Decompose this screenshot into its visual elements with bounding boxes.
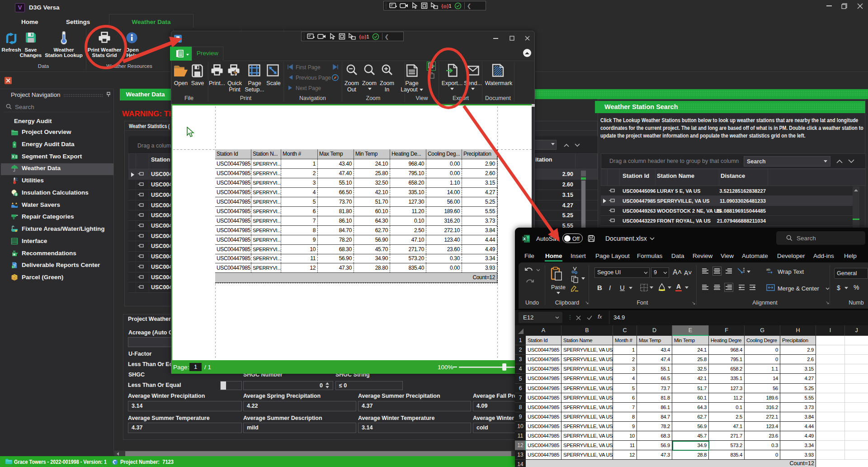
- svg-text:X: X: [523, 237, 526, 241]
- svg-text:ab: ab: [766, 267, 770, 272]
